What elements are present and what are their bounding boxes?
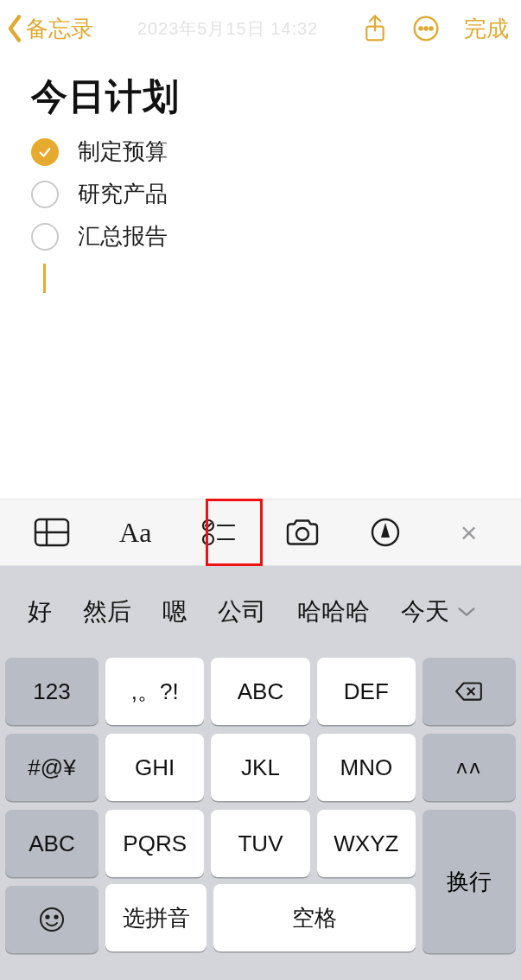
camera-button[interactable] <box>276 509 328 556</box>
table-icon <box>34 518 70 547</box>
delete-icon <box>454 677 484 706</box>
done-button[interactable]: 完成 <box>464 14 509 44</box>
candidate[interactable]: 然后 <box>67 595 147 628</box>
checklist-button[interactable] <box>193 509 245 556</box>
key-delete[interactable] <box>423 658 516 725</box>
ellipsis-circle-icon <box>412 15 440 42</box>
markup-icon <box>370 517 401 548</box>
key-jkl[interactable]: JKL <box>211 734 309 801</box>
key-enter[interactable]: 换行 <box>423 810 516 953</box>
svg-point-2 <box>419 27 422 29</box>
key-tuv[interactable]: TUV <box>211 810 309 877</box>
checklist-text[interactable]: 研究产品 <box>78 179 168 209</box>
text-cursor <box>43 264 46 293</box>
svg-point-17 <box>46 915 48 918</box>
more-button[interactable] <box>412 15 440 42</box>
share-button[interactable] <box>362 14 388 43</box>
emoji-icon <box>38 906 66 933</box>
key-mno[interactable]: MNO <box>317 734 416 801</box>
svg-point-10 <box>203 534 213 544</box>
expand-candidates-button[interactable] <box>448 593 486 631</box>
candidate[interactable]: 今天 <box>385 595 448 628</box>
keyboard: 好 然后 嗯 公司 哈哈哈 今天 123 ,。?! ABC DEF #@¥ GH… <box>0 566 521 980</box>
top-nav: 备忘录 2023年5月15日 14:32 完成 <box>0 0 521 57</box>
checkbox-checked-icon[interactable] <box>31 138 59 166</box>
key-abc-mode[interactable]: ABC <box>5 810 98 877</box>
format-toolbar: Aa × <box>0 499 521 566</box>
candidate[interactable]: 公司 <box>202 595 282 628</box>
svg-point-3 <box>424 27 427 29</box>
key-punct[interactable]: ,。?! <box>105 658 204 725</box>
share-icon <box>362 14 388 43</box>
kaomoji-icon: ᴧᴧ <box>456 756 482 779</box>
checklist-icon <box>201 518 236 547</box>
checklist-text[interactable]: 汇总报告 <box>78 221 168 251</box>
note-timestamp: 2023年5月15日 14:32 <box>93 17 362 41</box>
svg-point-16 <box>41 908 63 931</box>
back-button[interactable]: 备忘录 <box>5 14 93 44</box>
checkbox-empty-icon[interactable] <box>31 181 59 208</box>
key-face[interactable]: ᴧᴧ <box>423 734 516 801</box>
checkbox-empty-icon[interactable] <box>31 223 59 251</box>
svg-point-18 <box>54 915 57 918</box>
close-toolbar-button[interactable]: × <box>443 509 495 556</box>
markup-button[interactable] <box>359 509 411 556</box>
key-ghi[interactable]: GHI <box>105 734 204 801</box>
checklist-item[interactable]: 制定预算 <box>31 137 490 167</box>
key-select-pinyin[interactable]: 选拼音 <box>105 884 206 951</box>
checklist-item[interactable]: 研究产品 <box>31 179 490 209</box>
candidate[interactable]: 好 <box>12 595 67 628</box>
key-pqrs[interactable]: PQRS <box>105 810 204 877</box>
key-abc[interactable]: ABC <box>211 658 309 725</box>
note-body[interactable]: 今日计划 制定预算 研究产品 汇总报告 <box>0 57 521 293</box>
svg-point-12 <box>296 528 308 540</box>
table-button[interactable] <box>26 509 78 556</box>
key-wxyz[interactable]: WXYZ <box>317 810 416 877</box>
camera-icon <box>284 518 321 547</box>
candidate[interactable]: 哈哈哈 <box>282 595 385 628</box>
key-symbols[interactable]: #@¥ <box>5 734 98 801</box>
key-123[interactable]: 123 <box>5 658 98 725</box>
text-format-button[interactable]: Aa <box>110 509 162 556</box>
key-emoji[interactable] <box>5 886 98 953</box>
key-def[interactable]: DEF <box>317 658 416 725</box>
checklist-text[interactable]: 制定预算 <box>78 137 168 167</box>
svg-point-4 <box>429 27 432 29</box>
candidate-row: 好 然后 嗯 公司 哈哈哈 今天 <box>0 566 521 658</box>
candidate[interactable]: 嗯 <box>147 595 202 628</box>
back-label: 备忘录 <box>26 14 93 44</box>
chevron-left-icon <box>5 14 24 43</box>
chevron-down-icon <box>456 605 477 619</box>
key-space[interactable]: 空格 <box>213 884 416 951</box>
checklist-item[interactable]: 汇总报告 <box>31 221 490 251</box>
note-title[interactable]: 今日计划 <box>31 73 490 121</box>
